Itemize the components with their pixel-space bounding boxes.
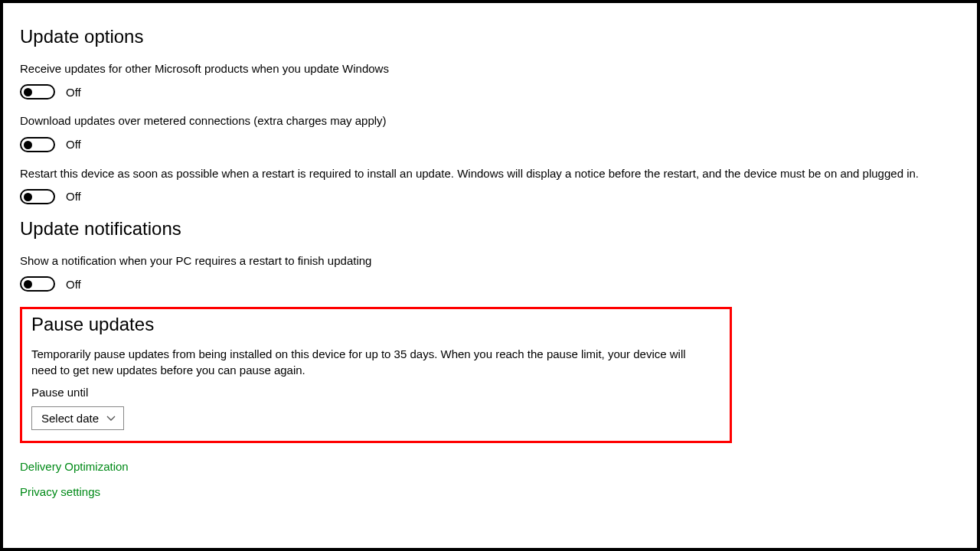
update-options-heading: Update options	[20, 26, 960, 47]
toggle-notification[interactable]	[20, 276, 55, 292]
setting-receive-updates-desc: Receive updates for other Microsoft prod…	[20, 61, 960, 77]
pause-updates-heading: Pause updates	[31, 314, 720, 335]
setting-notification-desc: Show a notification when your PC require…	[20, 253, 960, 269]
toggle-receive-updates[interactable]	[20, 84, 55, 99]
link-delivery-optimization[interactable]: Delivery Optimization	[20, 460, 960, 473]
update-notifications-heading: Update notifications	[20, 218, 960, 240]
toggle-restart[interactable]	[20, 189, 55, 204]
pause-until-combobox[interactable]: Select date	[31, 406, 124, 430]
toggle-restart-state: Off	[66, 190, 81, 203]
setting-metered-desc: Download updates over metered connection…	[20, 113, 960, 129]
pause-updates-highlight: Pause updates Temporarily pause updates …	[20, 307, 732, 443]
toggle-metered[interactable]	[20, 137, 55, 152]
setting-restart-desc: Restart this device as soon as possible …	[20, 166, 960, 181]
toggle-notification-state: Off	[66, 278, 81, 291]
toggle-receive-updates-state: Off	[66, 86, 81, 99]
link-privacy-settings[interactable]: Privacy settings	[20, 485, 960, 498]
pause-until-label: Pause until	[31, 386, 720, 399]
pause-until-combobox-value: Select date	[41, 412, 99, 425]
pause-updates-desc: Temporarily pause updates from being ins…	[31, 346, 713, 378]
toggle-metered-state: Off	[66, 138, 81, 151]
chevron-down-icon	[106, 416, 116, 422]
